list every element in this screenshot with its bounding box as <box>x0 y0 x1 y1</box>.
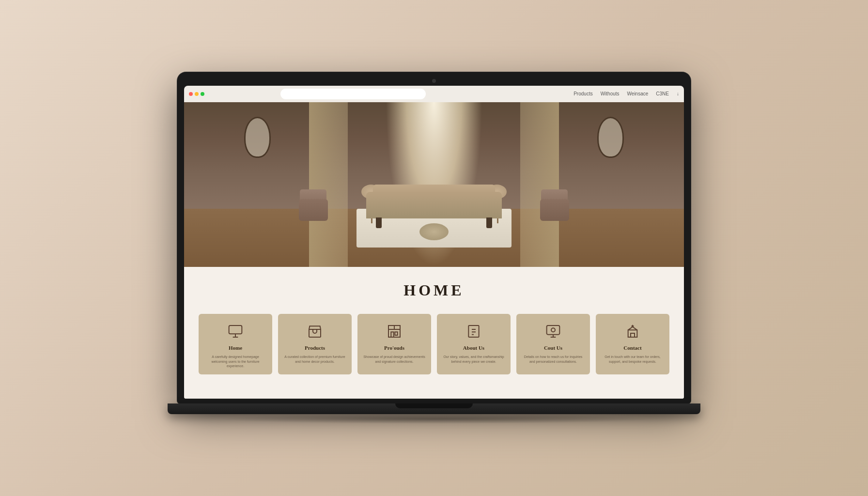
nav-products[interactable]: Products <box>574 91 592 96</box>
nav-card-desc-prouds: Showcase of proud design achievements an… <box>362 355 426 364</box>
curtain-right <box>520 102 559 267</box>
nav-card-label-about: About Us <box>463 345 484 351</box>
nav-withouts[interactable]: Withouts <box>601 91 620 96</box>
prouds-icon <box>385 322 404 341</box>
nav-card-label-products: Products <box>305 345 325 351</box>
about-icon <box>464 322 483 341</box>
chair-right <box>535 189 574 228</box>
nav-card-desc-products: A curated collection of premium furnitur… <box>283 355 347 364</box>
svg-rect-6 <box>395 332 397 335</box>
minimize-dot[interactable] <box>195 92 199 96</box>
cout-icon <box>543 322 563 341</box>
laptop-notch <box>395 403 473 408</box>
contact-icon <box>623 322 642 341</box>
svg-rect-7 <box>468 326 479 337</box>
home-icon <box>226 322 245 341</box>
address-bar[interactable] <box>280 89 426 99</box>
nav-cards-grid: HomeA carefully designed homepage welcom… <box>194 314 674 384</box>
page-title: HOME <box>194 281 674 299</box>
svg-rect-11 <box>547 326 560 335</box>
nav-card-products[interactable]: ProductsA curated collection of premium … <box>278 314 352 374</box>
svg-point-12 <box>551 328 555 332</box>
browser-chrome: Products Withouts Weinsace C3NE ↓ <box>184 86 684 102</box>
browser-nav: Products Withouts Weinsace C3NE ↓ <box>574 91 679 96</box>
nav-c3ne[interactable]: C3NE <box>656 91 669 96</box>
curtain-left <box>309 102 348 267</box>
nav-card-label-contact: Contact <box>623 345 641 351</box>
products-icon <box>305 322 325 341</box>
nav-card-label-cout: Cout Us <box>544 345 562 351</box>
nav-card-about[interactable]: About UsOur story, values, and the craft… <box>437 314 511 374</box>
laptop-container: Products Withouts Weinsace C3NE ↓ <box>168 72 700 424</box>
laptop-camera <box>432 79 436 83</box>
nav-card-desc-about: Our story, values, and the craftsmanship… <box>442 355 506 364</box>
svg-rect-0 <box>229 326 242 334</box>
nav-card-cout[interactable]: Cout UsDetails on how to reach us for in… <box>516 314 590 374</box>
screen-content: HOME HomeA carefully designed homepage w… <box>184 102 684 399</box>
nav-card-label-home: Home <box>229 345 242 351</box>
svg-rect-5 <box>391 332 393 337</box>
main-content: HOME HomeA carefully designed homepage w… <box>184 267 684 399</box>
browser-dots <box>189 92 204 96</box>
nav-card-label-prouds: Pro'ouds <box>384 345 404 351</box>
ottoman <box>419 223 449 240</box>
nav-card-desc-cout: Details on how to reach us for inquiries… <box>521 355 585 364</box>
laptop-shadow <box>216 414 652 424</box>
nav-card-prouds[interactable]: Pro'oudsShowcase of proud design achieve… <box>357 314 431 374</box>
nav-card-contact[interactable]: ContactGet in touch with our team for or… <box>596 314 669 374</box>
nav-download[interactable]: ↓ <box>677 91 679 96</box>
chair-left <box>294 189 333 228</box>
room-scene <box>184 102 684 267</box>
sofa <box>366 185 502 228</box>
laptop-screen: Products Withouts Weinsace C3NE ↓ <box>177 72 691 403</box>
nav-weinsace[interactable]: Weinsace <box>627 91 649 96</box>
mirror-right <box>597 117 624 158</box>
laptop-base <box>168 403 700 414</box>
nav-card-desc-contact: Get in touch with our team for orders, s… <box>601 355 665 364</box>
nav-card-home[interactable]: HomeA carefully designed homepage welcom… <box>199 314 272 374</box>
hero-image <box>184 102 684 267</box>
nav-card-desc-home: A carefully designed homepage welcoming … <box>203 355 267 369</box>
maximize-dot[interactable] <box>201 92 204 96</box>
close-dot[interactable] <box>189 92 193 96</box>
mirror-left <box>244 117 271 158</box>
